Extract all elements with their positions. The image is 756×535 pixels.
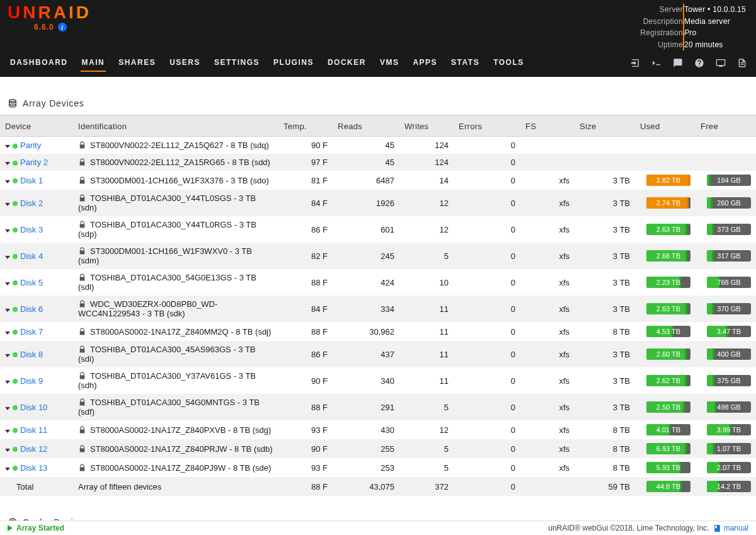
expand-icon[interactable] xyxy=(5,430,10,433)
temp-value: 84 F xyxy=(278,190,333,216)
status-dot xyxy=(13,379,18,384)
device-link[interactable]: Disk 13 xyxy=(20,463,47,473)
device-link[interactable]: Disk 11 xyxy=(20,425,47,435)
reads-value: 1926 xyxy=(333,190,399,216)
expand-icon[interactable] xyxy=(5,145,10,148)
device-link[interactable]: Disk 1 xyxy=(20,176,43,185)
col-size[interactable]: Size xyxy=(575,115,635,137)
nav-stats[interactable]: STATS xyxy=(450,54,481,72)
col-temp[interactable]: Temp. xyxy=(278,115,333,137)
usage-bar: 2.68 TB xyxy=(646,250,690,262)
logout-icon[interactable] xyxy=(630,58,640,68)
status-dot xyxy=(13,447,18,452)
expand-icon[interactable] xyxy=(5,407,10,410)
log-icon[interactable] xyxy=(737,58,747,68)
size-value: 8 TB xyxy=(575,322,635,341)
col-ident[interactable]: Identification xyxy=(73,115,278,137)
device-link[interactable]: Disk 8 xyxy=(20,350,43,359)
nav-docker[interactable]: DOCKER xyxy=(326,54,367,72)
feedback-icon[interactable] xyxy=(673,58,683,68)
fs-value: xfs xyxy=(520,458,575,477)
expand-icon[interactable] xyxy=(5,282,10,285)
lock-icon xyxy=(78,398,86,406)
table-row: Disk 8 TOSHIBA_DT01ACA300_45AS963GS - 3 … xyxy=(0,341,756,367)
device-link[interactable]: Disk 9 xyxy=(20,376,43,386)
errors-value: 0 xyxy=(454,154,520,171)
device-link[interactable]: Disk 4 xyxy=(20,251,43,261)
writes-value: 5 xyxy=(399,243,454,269)
device-ident: TOSHIBA_DT01ACA300_Y44TL0SGS - 3 TB (sdn… xyxy=(78,193,256,212)
nav-vms[interactable]: VMS xyxy=(379,54,401,72)
nav-dashboard[interactable]: DASHBOARD xyxy=(9,54,69,72)
col-errors[interactable]: Errors xyxy=(454,115,520,137)
size-value: 3 TB xyxy=(575,296,635,322)
nav-shares[interactable]: SHARES xyxy=(117,54,157,72)
lock-icon xyxy=(78,273,86,282)
device-link[interactable]: Disk 3 xyxy=(20,225,43,234)
nav-users[interactable]: USERS xyxy=(168,54,202,72)
nav-tools[interactable]: TOOLS xyxy=(492,54,525,72)
nav-apps[interactable]: APPS xyxy=(411,54,438,72)
nav-settings[interactable]: SETTINGS xyxy=(213,54,261,72)
expand-icon[interactable] xyxy=(5,203,10,206)
usage-bar: 4.01 TB xyxy=(646,424,690,435)
col-writes[interactable]: Writes xyxy=(399,115,454,137)
expand-icon[interactable] xyxy=(5,309,10,312)
status-dot xyxy=(13,254,18,259)
help-icon[interactable] xyxy=(694,58,704,68)
device-link[interactable]: Disk 2 xyxy=(20,198,43,208)
expand-icon[interactable] xyxy=(5,180,10,183)
col-fs[interactable]: FS xyxy=(520,115,575,137)
table-row: Parity ST8000VN0022-2EL112_ZA15Q627 - 8 … xyxy=(0,137,756,154)
table-row: Disk 13 ST8000AS0002-1NA17Z_Z840PJ9W - 8… xyxy=(0,458,756,477)
col-free[interactable]: Free xyxy=(696,115,756,137)
writes-value: 11 xyxy=(399,296,454,322)
table-row: Disk 6 WDC_WD30EZRX-00D8PB0_WD-WCC4N1229… xyxy=(0,296,756,322)
expand-icon[interactable] xyxy=(5,354,10,357)
device-link[interactable]: Disk 7 xyxy=(20,327,43,337)
status-dot xyxy=(13,307,18,312)
info-icon[interactable]: i xyxy=(58,23,67,32)
device-ident: TOSHIBA_DT01ACA300_Y44TL0RGS - 3 TB (sdp… xyxy=(78,220,256,239)
usage-bar: 14.2 TB xyxy=(707,481,751,492)
server-info-panel: ServerTower • 10.0.0.15 DescriptionMedia… xyxy=(640,4,746,50)
expand-icon[interactable] xyxy=(5,468,10,471)
version-text: 6.6.0 xyxy=(34,23,54,32)
expand-icon[interactable] xyxy=(5,229,10,233)
table-row: Disk 4 ST3000DM001-1CH166_W1F3WXV0 - 3 T… xyxy=(0,243,756,269)
display-icon[interactable] xyxy=(716,58,726,68)
array-status: Array Started xyxy=(16,524,64,532)
device-link[interactable]: Parity 2 xyxy=(20,158,48,167)
footer-bar: Array Started unRAID® webGui ©2018, Lime… xyxy=(0,521,756,535)
expand-icon[interactable] xyxy=(5,381,10,384)
nav-main[interactable]: MAIN xyxy=(81,54,106,72)
fs-value: xfs xyxy=(520,190,575,216)
manual-link[interactable]: manual xyxy=(713,524,748,532)
device-link[interactable]: Disk 5 xyxy=(20,278,43,287)
col-reads[interactable]: Reads xyxy=(333,115,399,137)
expand-icon[interactable] xyxy=(5,162,10,165)
device-link[interactable]: Disk 6 xyxy=(20,304,43,314)
expand-icon[interactable] xyxy=(5,256,10,259)
expand-icon[interactable] xyxy=(5,331,10,335)
usage-bar: 2.62 TB xyxy=(646,375,690,386)
device-link[interactable]: Disk 12 xyxy=(20,444,47,454)
play-icon xyxy=(8,525,13,531)
col-device[interactable]: Device xyxy=(0,115,73,137)
terminal-icon[interactable] xyxy=(651,58,662,68)
expand-icon[interactable] xyxy=(5,449,10,452)
device-ident: ST3000DM001-1CH166_W1F3X376 - 3 TB (sdo) xyxy=(90,176,269,185)
col-used[interactable]: Used xyxy=(635,115,696,137)
size-value: 3 TB xyxy=(575,190,635,216)
writes-value: 5 xyxy=(399,439,454,458)
size-value: 8 TB xyxy=(575,420,635,439)
writes-value: 12 xyxy=(399,190,454,216)
nav-plugins[interactable]: PLUGINS xyxy=(272,54,315,72)
device-link[interactable]: Disk 10 xyxy=(20,403,47,412)
writes-value: 372 xyxy=(399,477,454,496)
temp-value: 88 F xyxy=(278,322,333,341)
lock-icon xyxy=(78,247,86,255)
status-dot xyxy=(13,428,18,433)
device-link[interactable]: Parity xyxy=(20,141,41,150)
database-icon xyxy=(8,98,18,108)
